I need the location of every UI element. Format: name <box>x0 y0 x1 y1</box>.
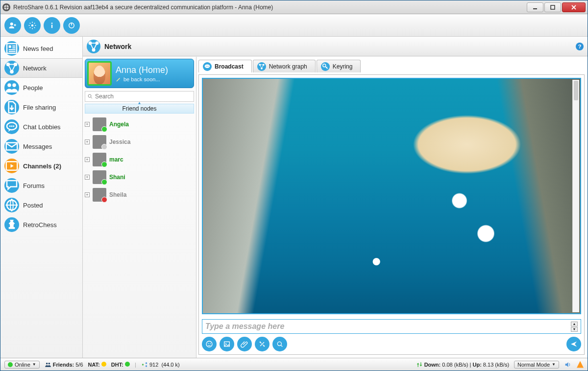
help-icon[interactable]: ? <box>576 43 584 50</box>
expand-icon[interactable]: + <box>85 122 90 127</box>
svg-point-26 <box>88 94 91 97</box>
svg-point-35 <box>206 341 212 347</box>
power-button[interactable] <box>63 17 80 34</box>
sidebar-item-posted[interactable]: Posted <box>0 195 82 215</box>
sidebar-item-label: Forums <box>23 182 45 189</box>
expand-icon[interactable]: + <box>85 139 90 144</box>
svg-rect-10 <box>9 46 11 48</box>
friends-panel: Anna (Home) be back soon... Friend nodes… <box>83 57 196 358</box>
info-button[interactable] <box>44 17 60 34</box>
message-placeholder: Type a message here <box>205 322 571 331</box>
expand-icon[interactable]: + <box>85 157 90 162</box>
friend-row[interactable]: +Angela <box>85 116 194 133</box>
friend-row[interactable]: +marc <box>85 151 194 168</box>
sidebar-item-people[interactable]: People <box>0 78 82 97</box>
svg-rect-1 <box>533 8 537 9</box>
svg-point-5 <box>51 23 53 24</box>
add-friend-button[interactable] <box>4 17 21 34</box>
status-bar: Online ▼ Friends: 5/6 NAT: DHT: | 912 (4… <box>0 358 588 371</box>
close-button[interactable] <box>562 2 586 12</box>
friends-count: Friends: 5/6 <box>45 361 83 368</box>
search-icon <box>87 93 93 99</box>
friend-name: Jessica <box>109 139 130 145</box>
svg-point-3 <box>10 23 13 25</box>
tab-broadcast[interactable]: Broadcast <box>198 60 252 72</box>
svg-point-40 <box>260 342 261 343</box>
retrochess-icon <box>4 217 19 232</box>
maximize-button[interactable] <box>544 2 561 12</box>
file-sharing-icon <box>4 100 19 115</box>
attach-button[interactable] <box>237 337 252 351</box>
keyring-icon <box>321 62 330 71</box>
message-input[interactable]: Type a message here ▲▼ <box>202 319 581 334</box>
nat-dot-icon <box>101 362 106 367</box>
sidebar-item-network[interactable]: Network <box>0 58 82 78</box>
compose-settings-button[interactable] <box>255 337 270 351</box>
svg-point-4 <box>31 24 34 26</box>
expand-icon[interactable]: + <box>85 175 90 180</box>
svg-point-18 <box>11 125 13 127</box>
profile-status: be back soon... <box>116 76 168 82</box>
forums-icon <box>4 178 19 193</box>
sidebar-item-channels[interactable]: Channels (2) <box>0 156 82 176</box>
compose-search-button[interactable] <box>272 337 287 351</box>
profile-card[interactable]: Anna (Home) be back soon... <box>85 59 194 88</box>
svg-point-47 <box>146 365 147 367</box>
bandwidth-icon <box>416 361 423 368</box>
sound-icon[interactable] <box>564 361 572 369</box>
friend-search-input[interactable] <box>95 93 192 100</box>
chat-scrollbar[interactable] <box>572 80 579 312</box>
svg-point-28 <box>206 66 207 67</box>
svg-point-30 <box>208 66 209 67</box>
svg-rect-6 <box>51 24 52 28</box>
chat-lobbies-icon <box>4 119 19 134</box>
emoji-button[interactable] <box>202 337 217 351</box>
expand-icon[interactable]: + <box>85 192 90 197</box>
friend-row[interactable]: +Sheila <box>85 186 194 204</box>
minimize-button[interactable] <box>527 2 543 12</box>
friend-row[interactable]: +Jessica <box>85 133 194 151</box>
network-graph-icon <box>257 62 266 71</box>
image-button[interactable] <box>220 337 234 351</box>
people-icon <box>4 80 19 95</box>
chat-body: Type a message here ▲▼ <box>198 74 585 355</box>
sidebar-item-retrochess[interactable]: RetroChess <box>0 215 82 234</box>
tab-keyring[interactable]: Keyring <box>317 60 361 72</box>
sidebar-item-label: Network <box>23 65 47 72</box>
sidebar-item-label: People <box>23 84 43 92</box>
friend-row[interactable]: +Shani <box>85 168 194 186</box>
news-feed-icon <box>4 41 19 56</box>
sidebar-item-file-sharing[interactable]: File sharing <box>0 97 82 117</box>
svg-point-29 <box>207 66 208 67</box>
tab-label: Network graph <box>269 63 307 70</box>
network-icon <box>4 61 19 75</box>
sidebar-item-label: RetroChess <box>23 221 57 229</box>
svg-rect-2 <box>551 5 555 9</box>
window-title: RetroShare 0.6.1 Revision aaf13eb4 a sec… <box>13 4 527 11</box>
profile-avatar <box>87 61 112 86</box>
friend-avatar <box>93 117 106 131</box>
tab-label: Broadcast <box>215 63 244 70</box>
svg-point-39 <box>225 343 226 344</box>
input-spinner[interactable]: ▲▼ <box>571 322 578 332</box>
send-button[interactable] <box>566 337 581 351</box>
posted-icon <box>4 198 19 212</box>
svg-point-46 <box>146 362 147 364</box>
svg-point-43 <box>46 362 48 364</box>
svg-point-44 <box>48 362 50 364</box>
sidebar-item-messages[interactable]: Messages <box>0 137 82 156</box>
friend-list-header[interactable]: Friend nodes <box>85 104 194 114</box>
tab-network-graph[interactable]: Network graph <box>253 60 316 72</box>
warning-icon[interactable] <box>577 361 584 368</box>
settings-button[interactable] <box>24 17 41 34</box>
online-status-button[interactable]: Online ▼ <box>4 361 40 369</box>
sidebar-item-news-feed[interactable]: News feed <box>0 39 82 58</box>
mode-selector[interactable]: Normal Mode ▼ <box>514 361 559 369</box>
edit-icon <box>116 76 122 82</box>
bandwidth: Down: 0.08 (kB/s) | Up: 8.13 (kB/s) <box>416 361 509 368</box>
sidebar-item-label: File sharing <box>23 104 56 111</box>
sidebar-item-forums[interactable]: Forums <box>0 176 82 195</box>
sidebar-item-chat-lobbies[interactable]: Chat Lobbies <box>0 117 82 137</box>
svg-point-34 <box>322 64 325 67</box>
status-dot-icon <box>101 197 107 203</box>
